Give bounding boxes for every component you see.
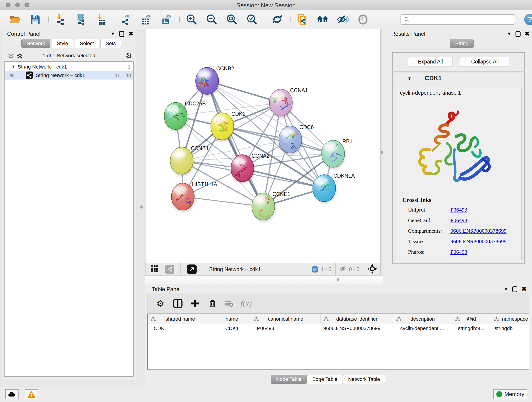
hidden-eye-slash-icon[interactable] bbox=[339, 265, 347, 273]
panel-float-icon[interactable] bbox=[515, 31, 520, 37]
tab-network-table[interactable]: Network Table bbox=[343, 375, 385, 384]
cloud-button[interactable] bbox=[5, 389, 19, 399]
cell-canonical-name: P06493 bbox=[251, 324, 321, 333]
crosslink-label: GeneCard: bbox=[408, 217, 432, 223]
memory-button[interactable]: Memory bbox=[493, 389, 527, 399]
zoom-out-icon[interactable] bbox=[205, 13, 218, 26]
crosslink-link[interactable]: P06493 bbox=[450, 207, 467, 213]
selected-checkbox-icon[interactable] bbox=[312, 266, 318, 273]
crosslink-row: Tissues: 9606.ENSP00000378699 bbox=[395, 238, 522, 249]
save-session-icon[interactable] bbox=[29, 13, 42, 26]
tab-sets[interactable]: Sets bbox=[100, 39, 121, 48]
crosslink-link[interactable]: P06493 bbox=[450, 217, 467, 223]
selected-node-edge-count: 1 - 0 bbox=[321, 266, 331, 273]
column-header-database-identifier[interactable]: database identifier bbox=[321, 314, 393, 324]
network-node-HIST1H1A[interactable] bbox=[171, 183, 194, 211]
panel-close-icon[interactable]: ✖ bbox=[525, 30, 530, 37]
column-header-name[interactable]: name bbox=[213, 314, 251, 324]
panel-collapse-icon[interactable]: ▼ bbox=[110, 31, 115, 36]
column-header-description[interactable]: description bbox=[393, 314, 452, 324]
collapse-all-button[interactable]: Collapse All bbox=[460, 57, 510, 66]
delete-column-trash-icon[interactable] bbox=[206, 293, 219, 314]
table-options-gear-icon[interactable]: ⚙ bbox=[153, 293, 167, 314]
show-columns-icon[interactable] bbox=[171, 293, 185, 314]
reset-zoom-crosshair-icon[interactable] bbox=[367, 264, 377, 274]
zoom-fit-icon[interactable] bbox=[225, 13, 238, 26]
tab-select[interactable]: Select bbox=[75, 39, 99, 48]
network-options-gear-icon[interactable]: ⚙ bbox=[126, 51, 132, 60]
panel-close-icon[interactable]: ✖ bbox=[128, 30, 133, 37]
network-node-CCNB2[interactable] bbox=[193, 67, 219, 96]
network-share-icon[interactable] bbox=[165, 265, 174, 274]
string-network-view[interactable]: CCNB2CCNA1CDC25BCDK1CDC6RB1CCNB1CCNA2CDK… bbox=[146, 29, 380, 263]
panel-float-icon[interactable] bbox=[512, 286, 517, 292]
hidden-node-edge-count: 0 - 0 bbox=[349, 266, 360, 273]
crosslink-label: Pharos: bbox=[408, 249, 424, 255]
network-edge-CCNB2-CCNE1[interactable] bbox=[207, 81, 263, 206]
node-table[interactable]: shared name name canonical name database… bbox=[147, 313, 529, 370]
tab-edge-table[interactable]: Edge Table bbox=[307, 375, 343, 384]
tree-expand-icon[interactable]: ▼ bbox=[12, 64, 15, 69]
zoom-in-icon[interactable] bbox=[185, 13, 198, 26]
crosslink-link[interactable]: 9606.ENSP00000378699 bbox=[450, 228, 507, 234]
network-collection-row[interactable]: ▼ String Network – cdk1 1 bbox=[5, 63, 133, 71]
node-label-CDKN1A: CDKN1A bbox=[333, 173, 355, 179]
hide-unhide-icon[interactable] bbox=[336, 13, 349, 26]
import-network-from-database-icon[interactable] bbox=[74, 13, 87, 26]
export-image-icon[interactable] bbox=[160, 13, 173, 26]
horizontal-splitter-handle[interactable] bbox=[337, 278, 339, 281]
network-node-CDC25B[interactable] bbox=[164, 102, 187, 131]
node-label-CDC25B: CDC25B bbox=[185, 101, 206, 107]
refresh-icon[interactable] bbox=[271, 13, 284, 26]
network-node-CCNB1[interactable] bbox=[170, 147, 193, 175]
panel-close-icon[interactable]: ✖ bbox=[521, 286, 526, 293]
expand-all-button[interactable]: Expand All bbox=[408, 57, 453, 66]
crosslink-link[interactable]: P06493 bbox=[450, 249, 467, 255]
tab-style[interactable]: Style bbox=[51, 39, 73, 48]
network-node-CCNA2[interactable] bbox=[231, 155, 254, 183]
home-networks-icon[interactable] bbox=[316, 13, 329, 26]
vertical-splitter-handle[interactable] bbox=[140, 205, 143, 209]
network-node-CDK1[interactable] bbox=[211, 113, 234, 141]
title-bar: Session: New Session bbox=[0, 0, 532, 10]
crosslink-row: Uniprot: P06493 bbox=[395, 207, 522, 217]
column-header-canonical-name[interactable]: canonical name bbox=[251, 314, 321, 324]
import-network-icon[interactable] bbox=[54, 13, 67, 26]
network-node-RB1[interactable] bbox=[322, 137, 345, 168]
network-row-selected[interactable]: String Network – cdk1 11 48 bbox=[5, 71, 133, 80]
network-node-CCNE1[interactable] bbox=[252, 193, 275, 221]
column-header-id[interactable]: @id bbox=[452, 314, 491, 324]
birds-eye-view-icon[interactable] bbox=[151, 265, 159, 274]
export-table-icon[interactable] bbox=[140, 13, 152, 26]
tab-network[interactable]: Network bbox=[21, 39, 51, 48]
import-table-icon[interactable] bbox=[94, 13, 107, 26]
collection-label: String Network – cdk1 bbox=[18, 64, 67, 70]
control-panel-title: Control Panel bbox=[7, 31, 40, 37]
column-header-namespace[interactable]: namespace bbox=[491, 314, 529, 324]
zoom-selected-icon[interactable] bbox=[246, 13, 259, 26]
gene-collapse-icon[interactable]: ▼ bbox=[407, 76, 412, 81]
network-edge-CCNE1-HIST1H1A[interactable] bbox=[183, 197, 263, 206]
crosslink-link[interactable]: 9606.ENSP00000378699 bbox=[450, 238, 507, 245]
crosslink-label: Tissues: bbox=[408, 238, 426, 245]
create-column-icon[interactable] bbox=[188, 293, 202, 314]
warnings-button[interactable] bbox=[25, 389, 38, 399]
annotation-copy-icon[interactable] bbox=[296, 13, 309, 26]
tab-node-table[interactable]: Node Table bbox=[271, 375, 307, 384]
export-network-icon[interactable] bbox=[120, 13, 133, 26]
table-row[interactable]: CDK1 CDK1 P06493 9606.ENSP00000378699 cy… bbox=[148, 324, 529, 333]
network-canvas[interactable]: CCNB2CCNA1CDC25BCDK1CDC6RB1CCNB1CCNA2CDK… bbox=[145, 29, 380, 263]
panel-collapse-icon[interactable]: ▼ bbox=[507, 31, 511, 36]
network-node-CCNA1[interactable] bbox=[269, 89, 292, 117]
search-input[interactable] bbox=[410, 17, 511, 22]
panel-float-icon[interactable] bbox=[119, 31, 124, 37]
open-file-icon[interactable] bbox=[9, 13, 22, 26]
node-label-CCNB1: CCNB1 bbox=[191, 145, 209, 151]
column-header-shared-name[interactable]: shared name bbox=[148, 314, 213, 324]
open-in-browser-icon[interactable] bbox=[187, 264, 196, 274]
toolbar-search-field[interactable] bbox=[400, 14, 515, 25]
network-node-CDKN1A[interactable] bbox=[313, 175, 336, 203]
panel-collapse-icon[interactable]: ▼ bbox=[504, 287, 508, 292]
tab-string[interactable]: String bbox=[450, 39, 474, 48]
help-icon[interactable]: ? bbox=[524, 14, 532, 25]
